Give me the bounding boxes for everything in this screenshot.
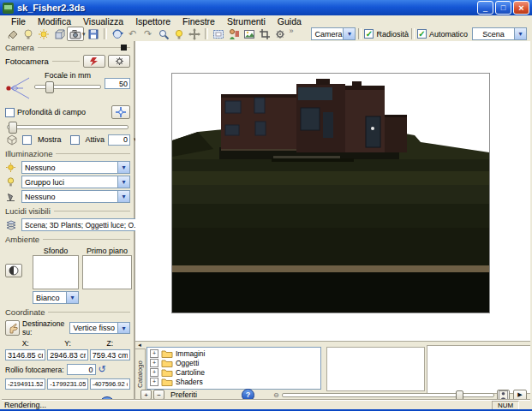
undo-icon[interactable]: ↶ (125, 27, 140, 40)
profondita-checkbox[interactable] (5, 108, 15, 117)
dof-slider[interactable] (7, 125, 129, 129)
close-button[interactable]: × (513, 1, 529, 15)
lampada-select[interactable]: Nessuno ▾ (21, 190, 130, 203)
dof-slider-thumb[interactable] (9, 122, 17, 134)
cube-icon (5, 134, 19, 146)
menu-ispettore[interactable]: Ispettore (129, 16, 176, 27)
destinazione-label: Destinazione su: (22, 319, 67, 337)
lucidi-header: Lucidi visibili (5, 206, 130, 216)
coord2-y-input[interactable] (47, 378, 87, 390)
catalogo-tab-label: Catalogo (136, 360, 144, 388)
maximize-button[interactable]: □ (495, 1, 511, 15)
person-view-button[interactable] (497, 390, 510, 401)
menu-visualizza[interactable]: Visualizza (77, 16, 129, 27)
statusbar: Rendering... NUM (2, 400, 530, 409)
gruppo-luci-select[interactable]: Gruppo luci ▾ (21, 176, 130, 188)
attiva-checkbox[interactable] (70, 135, 80, 145)
catalog-preview-pane[interactable] (326, 347, 425, 391)
camera-settings-button[interactable] (108, 55, 130, 68)
zoom-icon[interactable] (156, 27, 171, 40)
selection-area-icon[interactable] (211, 27, 226, 40)
favorite-add-button[interactable]: + (140, 390, 152, 400)
zoom-out-icon[interactable]: ⊖ (273, 391, 279, 399)
toolbar-overflow-icon[interactable]: » (290, 27, 294, 35)
photo-icon[interactable] (242, 27, 257, 40)
mostra-checkbox[interactable] (22, 135, 32, 145)
crop-icon[interactable] (257, 27, 272, 40)
camera-flash-button[interactable] (83, 55, 105, 68)
splitter-collapse-icon[interactable]: ◄ (137, 342, 142, 348)
material-bucket-icon[interactable] (5, 27, 21, 40)
coord2-z-input[interactable] (90, 378, 130, 390)
camera-mode-select[interactable]: Camera ▾ (311, 27, 356, 40)
y-input[interactable] (47, 349, 87, 360)
chevron-down-icon[interactable]: ▾ (514, 28, 526, 39)
menu-file[interactable]: File (5, 16, 32, 27)
x-input[interactable] (5, 349, 45, 360)
thumbnail-size-slider[interactable] (282, 393, 494, 397)
coordinate-header: Coordinate (5, 307, 130, 317)
expand-icon[interactable]: + (150, 349, 158, 358)
pick-target-button[interactable] (5, 320, 20, 336)
minimize-button[interactable]: _ (477, 1, 493, 15)
focale-slider-thumb[interactable] (45, 81, 54, 93)
tree-item-shaders[interactable]: + Shaders (147, 377, 320, 386)
camera-icon[interactable] (67, 27, 84, 41)
z-input[interactable] (90, 349, 130, 360)
chevron-down-icon[interactable]: ▾ (117, 162, 129, 173)
viewport-area (135, 41, 530, 341)
catalog-detail-pane[interactable] (427, 345, 530, 394)
rotate-ccw-icon[interactable]: ↺ (99, 364, 106, 375)
lightbulb-icon[interactable] (21, 27, 36, 40)
radiosita-checkbox[interactable]: ✓ (364, 29, 374, 39)
rotation-angle-input[interactable] (108, 134, 130, 146)
chevron-down-icon[interactable]: ▾ (117, 176, 129, 188)
orbit-icon[interactable] (110, 27, 125, 40)
thumbnail-slider-thumb[interactable] (456, 390, 463, 401)
destinazione-select[interactable]: Vertice fisso ▾ (69, 322, 130, 334)
play-button[interactable]: ▶ (513, 390, 527, 401)
render-3d-view (172, 74, 489, 313)
dof-target-button[interactable] (111, 105, 130, 119)
pan-icon[interactable] (187, 27, 202, 40)
render-canvas[interactable] (171, 73, 490, 313)
sfondo-preview[interactable] (33, 255, 79, 289)
camera-frustum-icon (5, 76, 31, 100)
chevron-down-icon[interactable]: ▾ (117, 191, 129, 202)
panel-collapse-button[interactable] (121, 45, 127, 51)
scena-select[interactable]: Scena ▾ (472, 27, 527, 40)
favorite-remove-button[interactable]: − (153, 390, 164, 400)
rollio-input[interactable] (67, 364, 96, 375)
light-icon[interactable] (171, 27, 187, 40)
focale-input[interactable] (105, 78, 130, 89)
settings-gear-icon[interactable] (272, 27, 288, 40)
sfondo-color-value: Bianco (33, 294, 66, 302)
menu-guida[interactable]: Guida (272, 16, 308, 27)
tree-item-cartoline[interactable]: + Cartoline (147, 367, 320, 377)
expand-icon[interactable]: + (150, 359, 158, 367)
expand-icon[interactable]: + (150, 378, 158, 386)
render-person-icon[interactable] (226, 27, 242, 40)
walkthrough-icon[interactable]: ↷ (140, 27, 156, 40)
object-3d-icon[interactable] (51, 27, 67, 40)
sfondo-color-select[interactable]: Bianco ▾ (33, 291, 79, 304)
save-icon[interactable] (86, 27, 101, 40)
sun-icon[interactable] (36, 27, 51, 40)
chevron-down-icon[interactable]: ▾ (66, 292, 78, 303)
chevron-down-icon[interactable]: ▾ (343, 28, 355, 39)
menu-strumenti[interactable]: Strumenti (221, 16, 272, 27)
chevron-down-icon[interactable]: ▾ (117, 323, 129, 333)
sole-select[interactable]: Nessuno ▾ (21, 161, 130, 174)
automatico-checkbox[interactable]: ✓ (417, 29, 427, 39)
expand-icon[interactable]: + (150, 368, 158, 377)
focale-slider[interactable] (34, 85, 101, 89)
coord2-x-input[interactable] (5, 378, 45, 390)
tree-item-oggetti[interactable]: + Oggetti (147, 358, 320, 367)
primo-piano-preview[interactable] (82, 255, 132, 289)
gruppo-luci-value: Gruppo luci (22, 178, 117, 187)
menu-finestre[interactable]: Finestre (176, 16, 221, 27)
menu-modifica[interactable]: Modifica (32, 16, 77, 27)
lampada-value: Nessuno (22, 193, 117, 201)
ambiente-color-button[interactable] (5, 264, 22, 277)
tree-item-immagini[interactable]: + Immagini (147, 348, 320, 358)
